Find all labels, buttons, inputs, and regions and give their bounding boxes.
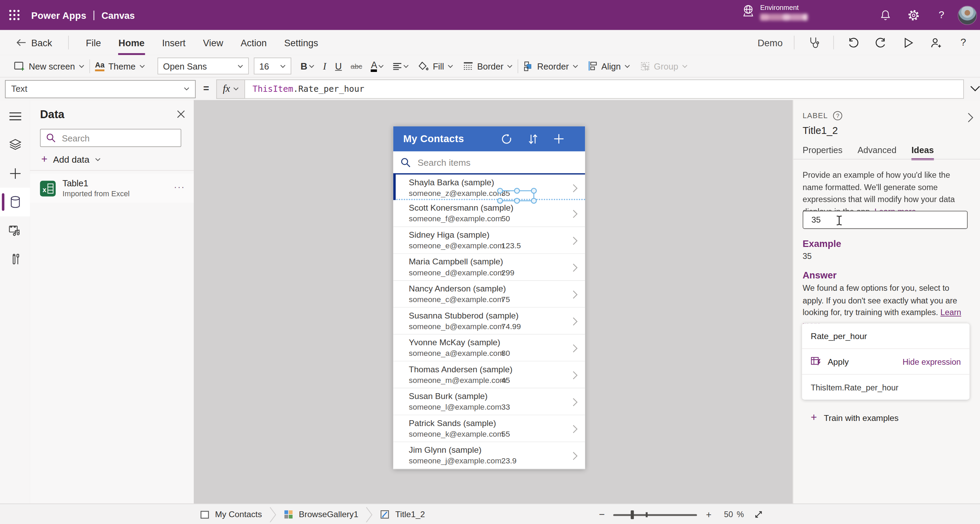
environment-globe-icon — [741, 3, 755, 18]
rail-insert-button[interactable] — [0, 159, 30, 188]
italic-button[interactable]: I — [319, 56, 331, 75]
refresh-button[interactable] — [497, 126, 516, 151]
train-with-examples-button[interactable]: + Train with examples — [811, 412, 899, 424]
notifications-button[interactable] — [875, 0, 896, 30]
breadcrumb-screen[interactable]: My Contacts — [200, 510, 262, 519]
font-color-glyph: A — [371, 60, 377, 72]
back-button[interactable]: Back — [16, 37, 52, 48]
suggestion-field-row[interactable]: Rate_per_hour — [802, 323, 969, 348]
border-button[interactable]: Border — [458, 61, 518, 71]
fx-button[interactable]: fx — [217, 79, 244, 99]
example-input[interactable] — [810, 214, 963, 225]
waffle-icon[interactable] — [9, 9, 20, 21]
contact-row[interactable]: Jim Glynn (sample) someone_j@example.com… — [393, 442, 585, 469]
undo-button[interactable] — [845, 33, 861, 52]
menu-action[interactable]: Action — [240, 36, 267, 49]
strikethrough-button[interactable]: abc — [346, 56, 366, 75]
settings-button[interactable] — [903, 0, 924, 30]
add-item-button[interactable] — [549, 126, 568, 151]
breadcrumb-gallery[interactable]: BrowseGallery1 — [284, 510, 358, 519]
contact-row[interactable]: Scott Konersmann (sample) someone_f@exam… — [393, 200, 585, 227]
app-screen[interactable]: My Contacts — [393, 126, 585, 469]
menu-home[interactable]: Home — [118, 36, 145, 49]
contact-row[interactable]: Susanna Stubberod (sample) someone_b@exa… — [393, 307, 585, 334]
contact-row[interactable]: Nancy Anderson (sample) someone_c@exampl… — [393, 281, 585, 308]
menu-view[interactable]: View — [202, 36, 224, 49]
plus-icon — [10, 168, 20, 178]
tab-advanced[interactable]: Advanced — [858, 145, 896, 160]
zoom-slider-track[interactable] — [613, 514, 697, 515]
theme-button[interactable]: Aa Theme — [90, 61, 150, 71]
reorder-button[interactable]: Reorder — [519, 61, 583, 71]
align-button[interactable]: Align — [583, 61, 635, 71]
font-family-select[interactable]: Open Sans — [158, 57, 249, 74]
underline-button[interactable]: U — [331, 56, 346, 75]
contact-row[interactable]: Susan Burk (sample) someone_l@example.co… — [393, 389, 585, 416]
menu-insert[interactable]: Insert — [162, 36, 186, 49]
formula-bar-expand-button[interactable] — [970, 86, 980, 92]
zoom-in-button[interactable]: + — [702, 509, 715, 520]
data-search-box[interactable] — [40, 129, 181, 147]
property-select[interactable]: Text — [5, 80, 196, 98]
menu-file[interactable]: File — [85, 36, 102, 49]
suggestion-expression-row[interactable]: ThisItem.Rate_per_hour — [802, 374, 969, 400]
suggestion-apply-row[interactable]: Apply Hide expression — [802, 348, 969, 374]
environment-label: Environment — [760, 3, 808, 12]
contact-name: Maria Campbell (sample) — [409, 257, 503, 266]
share-button[interactable] — [928, 33, 944, 52]
canvas-area[interactable]: My Contacts — [194, 100, 792, 503]
help-menu-button[interactable]: ? — [955, 33, 971, 52]
rail-data-button[interactable] — [0, 188, 30, 217]
contact-row[interactable]: Sidney Higa (sample) someone_e@example.c… — [393, 227, 585, 254]
text-align-button[interactable] — [388, 56, 414, 75]
contact-row[interactable]: Shayla Barka (sample) someone_z@example.… — [393, 173, 585, 200]
tab-properties[interactable]: Properties — [803, 145, 843, 160]
help-circle-icon[interactable]: ? — [833, 111, 843, 121]
rail-advanced-tools-button[interactable] — [0, 245, 30, 273]
contact-name: Shayla Barka (sample) — [409, 178, 494, 187]
new-screen-button[interactable]: New screen — [9, 61, 89, 71]
zoom-slider-handle[interactable] — [631, 510, 634, 519]
font-color-button[interactable]: A — [367, 56, 388, 75]
avatar[interactable] — [958, 5, 977, 25]
help-button[interactable]: ? — [931, 0, 952, 30]
redo-button[interactable] — [872, 33, 889, 52]
contact-row[interactable]: Patrick Sands (sample) someone_k@example… — [393, 416, 585, 443]
rail-tree-view-toggle[interactable] — [0, 102, 30, 131]
data-panel-close-button[interactable] — [177, 110, 185, 118]
gallery-search-box[interactable] — [393, 151, 585, 173]
rail-media-button[interactable] — [0, 217, 30, 245]
contact-row[interactable]: Maria Campbell (sample) someone_d@exampl… — [393, 254, 585, 281]
app-checker-button[interactable] — [806, 33, 822, 52]
zoom-slider[interactable] — [613, 510, 697, 519]
plus-icon: + — [41, 153, 48, 166]
table-more-button[interactable]: ··· — [174, 182, 185, 192]
contact-rate[interactable]: 35 — [501, 189, 510, 198]
data-search-input[interactable] — [60, 132, 169, 143]
font-size-select[interactable]: 16 — [254, 57, 291, 74]
fill-button[interactable]: Fill — [414, 61, 458, 71]
sort-button[interactable] — [523, 126, 542, 151]
environment-picker[interactable]: Environment — [741, 3, 808, 21]
zoom-out-button[interactable]: − — [595, 509, 609, 520]
plus-icon — [554, 134, 564, 144]
gallery-search-input[interactable] — [416, 156, 556, 168]
menu-settings[interactable]: Settings — [284, 36, 319, 49]
data-panel-title: Data — [40, 108, 64, 121]
panel-collapse-button[interactable] — [968, 113, 973, 123]
hide-expression-link[interactable]: Hide expression — [903, 357, 961, 366]
breadcrumb-label-control[interactable]: Title1_2 — [380, 510, 425, 519]
suggestion-card[interactable]: Rate_per_hour Apply Hide expression This… — [802, 323, 969, 400]
contact-row[interactable]: Yvonne McKay (sample) someone_a@example.… — [393, 334, 585, 362]
preview-button[interactable] — [900, 33, 916, 52]
properties-panel: LABEL ? Title1_2 Properties Advanced Ide… — [793, 100, 980, 503]
add-data-button[interactable]: + Add data — [41, 153, 101, 166]
data-source-row[interactable]: x Table1 Imported from Excel ··· — [30, 174, 194, 203]
contact-row[interactable]: Thomas Andersen (sample) someone_m@examp… — [393, 362, 585, 389]
formula-input[interactable]: ThisItem.Rate_per_hour — [244, 79, 964, 99]
rail-screens-button[interactable] — [0, 130, 30, 159]
example-input-box[interactable] — [803, 211, 968, 229]
tab-ideas[interactable]: Ideas — [912, 145, 934, 160]
bold-button[interactable]: B — [296, 56, 318, 75]
fit-to-window-button[interactable] — [754, 510, 763, 519]
